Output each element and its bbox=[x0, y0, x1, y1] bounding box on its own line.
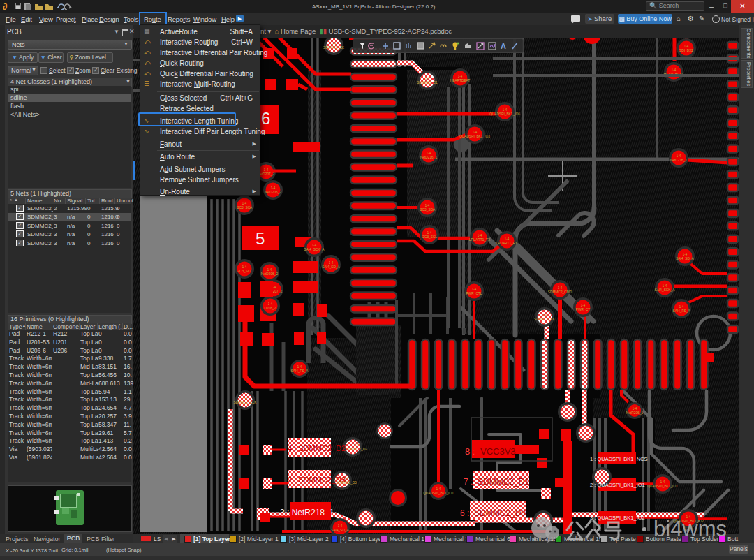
svg-text:SDMMC2_CK: SDMMC2_CK bbox=[534, 318, 556, 321]
svg-text:1-4: 1-4 bbox=[633, 407, 637, 411]
svg-text:SAI4_FS_A: SAI4_FS_A bbox=[290, 369, 309, 373]
svg-text:1-4: 1-4 bbox=[472, 288, 477, 291]
svg-text:SDI_DX2: SDI_DX2 bbox=[679, 49, 693, 52]
svg-text:1-4: 1-4 bbox=[436, 487, 441, 491]
svg-text:1-4: 1-4 bbox=[581, 304, 586, 307]
svg-text:SDMMC2_CLK: SDMMC2_CLK bbox=[234, 401, 258, 404]
svg-text:1-4: 1-4 bbox=[338, 524, 343, 528]
svg-text:1-4: 1-4 bbox=[503, 108, 508, 112]
svg-text:SDMMC2_D0: SDMMC2_D0 bbox=[474, 508, 526, 518]
svg-text:SAI4_SD_A: SAI4_SD_A bbox=[322, 265, 340, 269]
svg-text:1-4: 1-4 bbox=[264, 168, 269, 172]
svg-text:7 :: 7 : bbox=[464, 477, 473, 487]
svg-text:2 : SDMMC2_D3: 2 : SDMMC2_D3 bbox=[288, 476, 346, 484]
svg-text:1-4: 1-4 bbox=[425, 204, 430, 207]
svg-text:SAI4_SD_A: SAI4_SD_A bbox=[676, 257, 694, 260]
svg-text:SAI4_FS_A: SAI4_FS_A bbox=[672, 309, 690, 313]
svg-text:2 : QUADSPI_BK1_IO1: 2 : QUADSPI_BK1_IO1 bbox=[590, 482, 645, 488]
svg-text:3 : QUADSPI_BK1_IO2: 3 : QUADSPI_BK1_IO2 bbox=[590, 515, 645, 521]
svg-text:HEARTBEAT: HEARTBEAT bbox=[450, 79, 470, 82]
svg-text:1-4: 1-4 bbox=[672, 68, 677, 72]
svg-text:1-4: 1-4 bbox=[478, 234, 482, 237]
svg-text:PWR_CTL: PWR_CTL bbox=[466, 292, 482, 295]
svg-text:1-4: 1-4 bbox=[683, 253, 688, 256]
svg-text:I2C3_SCL: I2C3_SCL bbox=[422, 235, 437, 239]
svg-text:1-4: 1-4 bbox=[427, 231, 432, 235]
svg-text:1-4: 1-4 bbox=[542, 314, 547, 317]
svg-text:1-4: 1-4 bbox=[268, 302, 273, 306]
svg-text:QUADSPI_BK1_IO3: QUADSPI_BK1_IO3 bbox=[459, 135, 490, 138]
svg-text:I2C3_SDA: I2C3_SDA bbox=[420, 208, 436, 212]
svg-text:VCC3V3: VCC3V3 bbox=[480, 446, 516, 457]
svg-text:1-4: 1-4 bbox=[505, 237, 510, 241]
svg-text:1-4: 1-4 bbox=[332, 42, 337, 45]
svg-text:NetD216_1: NetD216_1 bbox=[420, 156, 438, 159]
svg-text:5: 5 bbox=[256, 229, 265, 248]
svg-text:1 : QUADSPI_BK1_NCS: 1 : QUADSPI_BK1_NCS bbox=[590, 456, 648, 462]
svg-text:NetD206_2: NetD206_2 bbox=[261, 272, 279, 276]
svg-text:SDMMC2_D2: SDMMC2_D2 bbox=[346, 448, 367, 451]
svg-text:1-4: 1-4 bbox=[267, 268, 272, 272]
svg-text:1-4: 1-4 bbox=[677, 154, 681, 158]
svg-text:1-4: 1-4 bbox=[458, 75, 463, 78]
svg-text:1-4: 1-4 bbox=[427, 152, 431, 155]
svg-text:1-4: 1-4 bbox=[679, 305, 684, 309]
svg-text:SDMMC2_D1: SDMMC2_D1 bbox=[478, 477, 529, 487]
svg-text:SAI4_SCK_A: SAI4_SCK_A bbox=[655, 288, 676, 292]
svg-text:1-4: 1-4 bbox=[297, 365, 302, 369]
svg-text:SDMMC2_D1: SDMMC2_D1 bbox=[417, 81, 438, 84]
svg-text:1-4: 1-4 bbox=[329, 261, 334, 265]
svg-text:1-4: 1-4 bbox=[243, 397, 248, 400]
svg-text:1-4: 1-4 bbox=[425, 77, 430, 80]
svg-text:1-4: 1-4 bbox=[473, 131, 478, 134]
svg-text:6: 6 bbox=[261, 109, 270, 128]
svg-text:1-4: 1-4 bbox=[558, 286, 563, 290]
svg-text:1-4: 1-4 bbox=[684, 45, 689, 48]
svg-text:PWR_CT: PWR_CT bbox=[576, 308, 590, 311]
svg-text:1-4: 1-4 bbox=[242, 265, 247, 269]
svg-text:SDMMC2_CMD: SDMMC2_CMD bbox=[548, 290, 572, 294]
svg-text:D206_2: D206_2 bbox=[265, 307, 276, 310]
svg-text:1-4: 1-4 bbox=[686, 515, 691, 519]
svg-text:NetD206_2: NetD206_2 bbox=[265, 191, 282, 194]
svg-text:1-4: 1-4 bbox=[660, 480, 665, 484]
svg-text:SDMMC2_CK: SDMMC2_CK bbox=[323, 46, 345, 50]
svg-text:SAI4_SCK_A: SAI4_SCK_A bbox=[304, 248, 325, 251]
svg-text:1-4: 1-4 bbox=[242, 202, 247, 205]
svg-text:LPUART1_TX: LPUART1_TX bbox=[469, 238, 491, 242]
svg-text:NetC216_1: NetC216_1 bbox=[670, 159, 688, 162]
svg-text:1-4: 1-4 bbox=[312, 244, 317, 247]
svg-text:QUADSPI_BK1_IO1: QUADSPI_BK1_IO1 bbox=[423, 492, 454, 495]
svg-text:8 :: 8 : bbox=[465, 446, 475, 457]
svg-text:1-4: 1-4 bbox=[271, 186, 276, 190]
svg-text:LPUART1_RX: LPUART1_RX bbox=[496, 242, 519, 245]
svg-text:QUADSPI_BK1_IO2: QUADSPI_BK1_IO2 bbox=[673, 520, 704, 523]
svg-text:SAI4_SD_A: SAI4_SD_A bbox=[331, 529, 349, 532]
svg-text:A: A bbox=[501, 42, 506, 50]
svg-text:QUADSPI_BK1_IO6: QUADSPI_BK1_IO6 bbox=[489, 112, 520, 116]
svg-text:I2C3_SCA: I2C3_SCA bbox=[237, 206, 253, 209]
svg-text:1-4: 1-4 bbox=[355, 443, 360, 447]
svg-text:6 :: 6 : bbox=[460, 508, 469, 518]
svg-text:QUADSPI_BK1_IO1: QUADSPI_BK1_IO1 bbox=[647, 485, 678, 488]
svg-text:I2C3_SCL: I2C3_SCL bbox=[237, 270, 252, 273]
svg-text:NetR206_1: NetR206_1 bbox=[626, 411, 644, 415]
svg-text:4 : SDMMC2_D2: 4 : SDMMC2_D2 bbox=[288, 444, 346, 452]
svg-text:1-4: 1-4 bbox=[663, 284, 667, 288]
